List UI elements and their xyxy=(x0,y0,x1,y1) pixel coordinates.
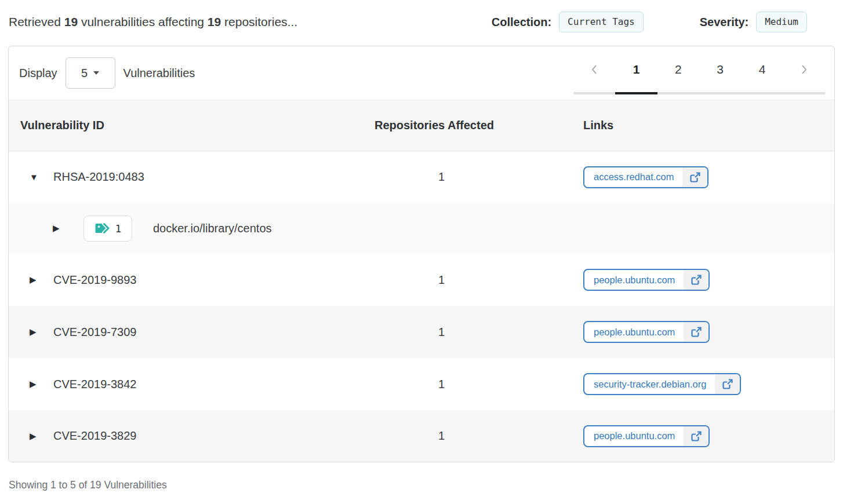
pagination-track-segment xyxy=(657,92,699,94)
tags-icon xyxy=(95,221,110,235)
collection-label: Collection: xyxy=(492,16,551,29)
external-link-icon xyxy=(682,167,707,187)
pagination-track-segment xyxy=(699,92,741,94)
repository-name: docker.io/library/centos xyxy=(153,222,272,235)
pagination-track-segment xyxy=(741,92,783,94)
chevron-down-icon xyxy=(93,71,99,75)
external-link-label: people.ubuntu.com xyxy=(584,426,684,446)
tag-count: 1 xyxy=(115,222,122,235)
repositories-affected-count: 1 xyxy=(375,170,583,184)
pagination-track-segment-active xyxy=(615,92,657,94)
vulnerability-id: CVE-2019-3829 xyxy=(53,429,136,443)
vulnerability-id: CVE-2019-7309 xyxy=(53,326,136,339)
expand-toggle-icon[interactable]: ▶ xyxy=(30,379,41,389)
repositories-affected-count: 1 xyxy=(375,429,583,443)
external-link-icon xyxy=(715,374,740,394)
pagination-track-segment xyxy=(783,92,825,94)
table-row[interactable]: ▶ CVE-2019-3842 1 security-tracker.debia… xyxy=(9,358,834,410)
pagination: 1 2 3 4 xyxy=(573,46,825,100)
vulnerabilities-panel: Display 5 Vulnerabilities 1 2 3 4 xyxy=(8,46,835,462)
column-header-links: Links xyxy=(583,119,834,132)
pagination-prev-button[interactable] xyxy=(573,63,615,76)
column-header-vulnerability-id: Vulnerability ID xyxy=(9,119,375,132)
severity-filter: Severity: Medium xyxy=(700,12,807,32)
pagination-track-segment xyxy=(573,92,615,94)
external-link-button[interactable]: people.ubuntu.com xyxy=(583,425,710,447)
page-size-dropdown[interactable]: 5 xyxy=(66,57,115,89)
repository-count: 19 xyxy=(208,15,221,28)
expand-toggle-icon[interactable]: ▶ xyxy=(30,275,41,285)
external-link-label: people.ubuntu.com xyxy=(584,270,684,290)
summary-prefix: Retrieved xyxy=(9,15,61,28)
vulnerability-id: CVE-2019-9893 xyxy=(53,273,136,287)
summary-mid: vulnerabilities affecting xyxy=(81,15,204,28)
repository-sub-row[interactable]: ▶ 1 docker.io/library/centos xyxy=(9,203,834,254)
external-link-button[interactable]: access.redhat.com xyxy=(583,166,708,188)
external-link-button[interactable]: security-tracker.debian.org xyxy=(583,373,741,395)
chevron-left-icon xyxy=(591,64,598,75)
column-header-repositories-affected: Repositories Affected xyxy=(375,119,583,132)
pagination-page-3[interactable]: 3 xyxy=(699,63,741,76)
vulnerability-id: CVE-2019-3842 xyxy=(53,378,136,391)
external-link-button[interactable]: people.ubuntu.com xyxy=(583,269,710,291)
results-summary: Retrieved 19 vulnerabilities affecting 1… xyxy=(9,15,492,29)
external-link-label: access.redhat.com xyxy=(584,167,682,187)
table-header: Vulnerability ID Repositories Affected L… xyxy=(9,100,834,151)
pagination-page-1[interactable]: 1 xyxy=(615,63,657,76)
table-row[interactable]: ▶ CVE-2019-7309 1 people.ubuntu.com xyxy=(9,306,834,358)
repositories-affected-count: 1 xyxy=(375,378,583,391)
summary-suffix: repositories... xyxy=(224,15,297,28)
external-link-icon xyxy=(684,322,708,342)
display-label: Display xyxy=(19,67,57,80)
pagination-next-button[interactable] xyxy=(783,63,825,76)
vulnerability-id: RHSA-2019:0483 xyxy=(53,170,144,184)
vulnerability-count: 19 xyxy=(64,15,78,28)
table-toolbar: Display 5 Vulnerabilities 1 2 3 4 xyxy=(9,46,834,100)
severity-label: Severity: xyxy=(700,16,749,29)
table-row[interactable]: ▶ CVE-2019-3829 1 people.ubuntu.com xyxy=(9,410,834,462)
expand-toggle-icon[interactable]: ▶ xyxy=(53,223,64,233)
collection-filter: Collection: Current Tags xyxy=(492,12,644,32)
table-row[interactable]: ▶ CVE-2019-9893 1 people.ubuntu.com xyxy=(9,254,834,306)
pagination-pages: 1 2 3 4 xyxy=(573,63,825,76)
expand-toggle-icon[interactable]: ▶ xyxy=(30,327,41,337)
expand-toggle-icon[interactable]: ▶ xyxy=(30,431,41,441)
severity-value-chip[interactable]: Medium xyxy=(756,12,807,32)
external-link-label: security-tracker.debian.org xyxy=(584,374,715,394)
display-suffix-label: Vulnerabilities xyxy=(123,67,195,80)
repositories-affected-count: 1 xyxy=(375,326,583,339)
external-link-label: people.ubuntu.com xyxy=(584,322,684,342)
chevron-right-icon xyxy=(801,64,808,75)
external-link-icon xyxy=(684,270,708,290)
external-link-button[interactable]: people.ubuntu.com xyxy=(583,321,710,343)
top-bar: Retrieved 19 vulnerabilities affecting 1… xyxy=(0,0,843,44)
pagination-track xyxy=(573,92,825,94)
table-row[interactable]: ▼ RHSA-2019:0483 1 access.redhat.com xyxy=(9,151,834,203)
collapse-toggle-icon[interactable]: ▼ xyxy=(30,172,41,182)
repositories-affected-count: 1 xyxy=(375,273,583,287)
pagination-page-4[interactable]: 4 xyxy=(741,63,783,76)
page-size-value: 5 xyxy=(81,67,88,80)
showing-summary: Showing 1 to 5 of 19 Vulnerabilities xyxy=(9,479,843,491)
tag-count-chip: 1 xyxy=(83,216,132,242)
collection-value-chip[interactable]: Current Tags xyxy=(559,12,644,32)
pagination-page-2[interactable]: 2 xyxy=(657,63,699,76)
external-link-icon xyxy=(684,426,708,446)
